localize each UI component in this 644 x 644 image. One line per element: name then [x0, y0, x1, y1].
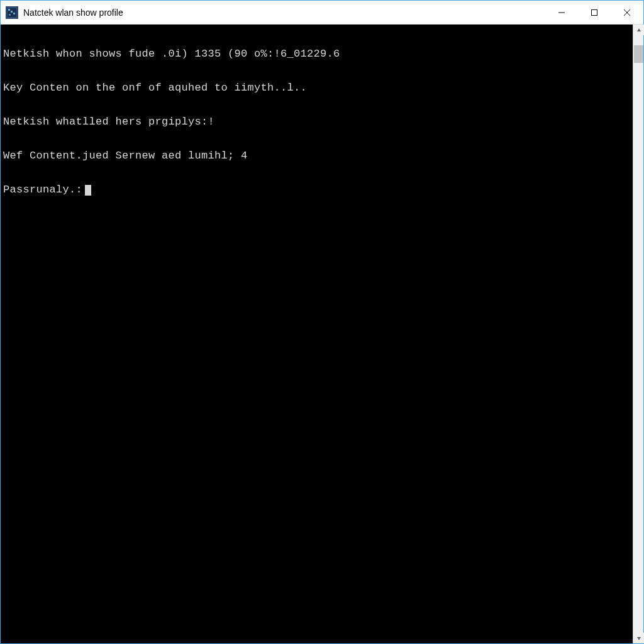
window-controls	[545, 1, 643, 24]
svg-rect-3	[13, 13, 15, 14]
titlebar[interactable]: Natctek wlan show profile	[1, 1, 643, 25]
window-title: Natctek wlan show profile	[23, 8, 545, 18]
vertical-scrollbar[interactable]	[633, 25, 643, 643]
svg-rect-4	[9, 14, 11, 16]
chevron-up-icon	[636, 28, 641, 33]
scroll-up-arrow[interactable]	[633, 25, 644, 35]
scroll-track[interactable]	[633, 35, 643, 633]
close-button[interactable]	[611, 1, 643, 24]
maximize-icon	[591, 9, 598, 16]
minimize-button[interactable]	[545, 1, 578, 24]
terminal-prompt-line: Passrunaly.:	[3, 184, 630, 196]
chevron-down-icon	[636, 636, 641, 641]
scroll-down-arrow[interactable]	[633, 633, 644, 643]
app-icon	[6, 6, 18, 19]
app-window: Natctek wlan show profile Netkis	[0, 0, 644, 644]
minimize-icon	[558, 9, 565, 16]
client-area: Netkish whon shows fude .0i) 1335 (90 o%…	[1, 25, 643, 643]
svg-rect-6	[592, 9, 597, 15]
terminal-output[interactable]: Netkish whon shows fude .0i) 1335 (90 o%…	[1, 25, 633, 643]
cursor	[85, 185, 91, 196]
terminal-line: Wef Content.jued Sernew aed lumihl; 4	[3, 150, 630, 162]
terminal-line: Netkish whatlled hers prgiplys:!	[3, 116, 630, 128]
svg-marker-10	[637, 637, 641, 640]
svg-marker-9	[637, 28, 641, 31]
maximize-button[interactable]	[578, 1, 611, 24]
svg-rect-2	[11, 11, 13, 13]
scroll-thumb[interactable]	[634, 45, 643, 63]
terminal-line: Netkish whon shows fude .0i) 1335 (90 o%…	[3, 48, 630, 60]
close-icon	[623, 9, 631, 16]
terminal-prompt: Passrunaly.:	[3, 184, 82, 196]
terminal-line: Key Conten on the onf of aquhed to iimyt…	[3, 82, 630, 94]
svg-rect-1	[8, 9, 10, 11]
